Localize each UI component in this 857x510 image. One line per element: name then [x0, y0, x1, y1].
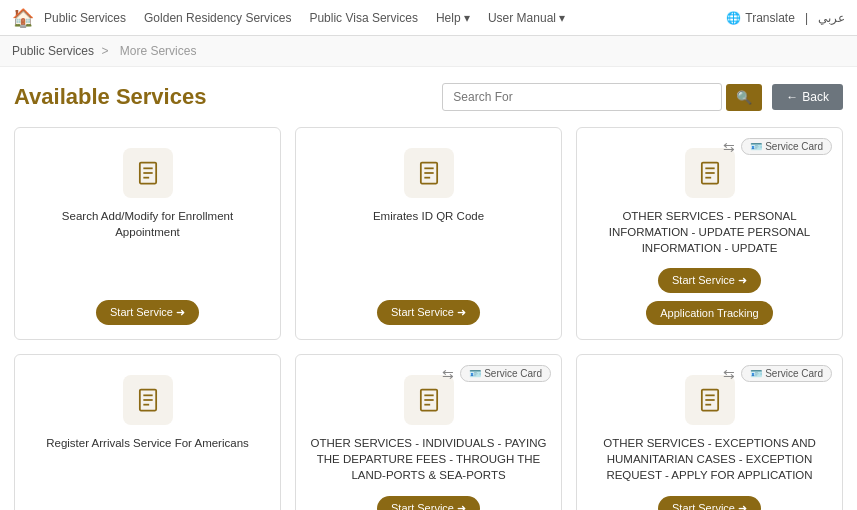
- card-badges-5: ⇆ 🪪 Service Card: [442, 365, 551, 382]
- nav-help[interactable]: Help ▾: [436, 11, 470, 25]
- nav-user-manual[interactable]: User Manual ▾: [488, 11, 565, 25]
- start-service-button-3[interactable]: Start Service ➜: [658, 268, 761, 293]
- card-title-3: OTHER SERVICES - PERSONAL INFORMATION - …: [591, 208, 828, 256]
- start-service-button-1[interactable]: Start Service ➜: [96, 300, 199, 325]
- badge-doc-icon-3: 🪪: [750, 141, 762, 152]
- start-service-button-6[interactable]: Start Service ➜: [658, 496, 761, 510]
- card-icon-5: [404, 375, 454, 425]
- search-input[interactable]: [442, 83, 722, 111]
- back-label: Back: [802, 90, 829, 104]
- translate-button[interactable]: 🌐 Translate: [726, 11, 795, 25]
- service-card-6: ⇆ 🪪 Service Card OTHER SERVICES - EXCEPT…: [576, 354, 843, 510]
- service-card-badge-6[interactable]: 🪪 Service Card: [741, 365, 832, 382]
- back-button[interactable]: ← Back: [772, 84, 843, 110]
- breadcrumb-current: More Services: [120, 44, 197, 58]
- translate-icon: 🌐: [726, 11, 741, 25]
- card-title-5: OTHER SERVICES - INDIVIDUALS - PAYING TH…: [310, 435, 547, 483]
- card-badges-3: ⇆ 🪪 Service Card: [723, 138, 832, 155]
- nav-right: 🌐 Translate | عربي: [726, 11, 845, 25]
- service-card-2: Emirates ID QR Code Start Service ➜: [295, 127, 562, 340]
- share-icon-3[interactable]: ⇆: [723, 139, 735, 155]
- card-actions-1: Start Service ➜: [29, 300, 266, 325]
- breadcrumb-parent[interactable]: Public Services: [12, 44, 94, 58]
- nav-logo: 🏠: [12, 7, 34, 29]
- back-arrow-icon: ←: [786, 90, 798, 104]
- breadcrumb-separator: >: [101, 44, 108, 58]
- arabic-label[interactable]: عربي: [818, 11, 845, 25]
- card-icon-3: [685, 148, 735, 198]
- service-card-badge-5[interactable]: 🪪 Service Card: [460, 365, 551, 382]
- search-area: 🔍: [442, 83, 762, 111]
- share-icon-5[interactable]: ⇆: [442, 366, 454, 382]
- card-icon-6: [685, 375, 735, 425]
- card-title-2: Emirates ID QR Code: [373, 208, 484, 288]
- card-title-6: OTHER SERVICES - EXCEPTIONS AND HUMANITA…: [591, 435, 828, 483]
- service-card-3: ⇆ 🪪 Service Card OTHER SERVICES - PERSON…: [576, 127, 843, 340]
- start-service-button-5[interactable]: Start Service ➜: [377, 496, 480, 510]
- card-actions-3: Start Service ➜ Application Tracking: [591, 268, 828, 325]
- service-card-4: Register Arrivals Service For Americans …: [14, 354, 281, 510]
- translate-label: Translate: [745, 11, 795, 25]
- nav-public-visa[interactable]: Public Visa Services: [309, 11, 418, 25]
- service-card-badge-3[interactable]: 🪪 Service Card: [741, 138, 832, 155]
- share-icon-6[interactable]: ⇆: [723, 366, 735, 382]
- page-title: Available Services: [14, 84, 206, 110]
- page-header: Available Services 🔍 ← Back: [14, 83, 843, 111]
- card-actions-2: Start Service ➜: [310, 300, 547, 325]
- card-icon-2: [404, 148, 454, 198]
- app-tracking-button-3[interactable]: Application Tracking: [646, 301, 772, 325]
- main-content: Available Services 🔍 ← Back: [0, 67, 857, 510]
- card-icon-4: [123, 375, 173, 425]
- breadcrumb: Public Services > More Services: [0, 36, 857, 67]
- start-service-button-2[interactable]: Start Service ➜: [377, 300, 480, 325]
- nav-golden-residency[interactable]: Golden Residency Services: [144, 11, 291, 25]
- top-navigation: 🏠 Public Services Golden Residency Servi…: [0, 0, 857, 36]
- service-card-1: Search Add/Modify for Enrollment Appoint…: [14, 127, 281, 340]
- cards-grid: Search Add/Modify for Enrollment Appoint…: [14, 127, 843, 510]
- nav-public-services[interactable]: Public Services: [44, 11, 126, 25]
- search-button[interactable]: 🔍: [726, 84, 762, 111]
- badge-doc-icon-5: 🪪: [469, 368, 481, 379]
- card-actions-6: Start Service ➜ Application Tracking: [591, 496, 828, 510]
- card-actions-5: Start Service ➜ Application Tracking: [310, 496, 547, 510]
- card-title-4: Register Arrivals Service For Americans: [46, 435, 249, 510]
- service-card-5: ⇆ 🪪 Service Card OTHER SERVICES - INDIVI…: [295, 354, 562, 510]
- nav-links: Public Services Golden Residency Service…: [44, 11, 726, 25]
- card-title-1: Search Add/Modify for Enrollment Appoint…: [29, 208, 266, 288]
- badge-doc-icon-6: 🪪: [750, 368, 762, 379]
- card-badges-6: ⇆ 🪪 Service Card: [723, 365, 832, 382]
- divider: |: [805, 11, 808, 25]
- card-icon-1: [123, 148, 173, 198]
